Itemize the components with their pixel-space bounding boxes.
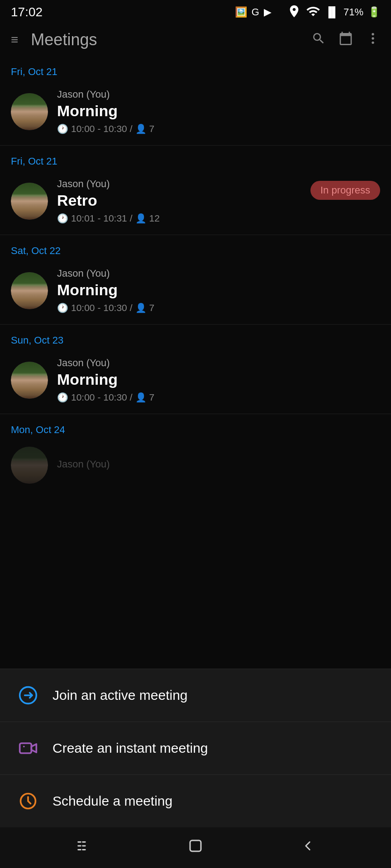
join-meeting-item[interactable]: Join an active meeting xyxy=(0,669,391,722)
join-meeting-label: Join an active meeting xyxy=(52,688,188,703)
meeting-group-1: Fri, Oct 21 Jason (You) Morning 🕐 10:00 … xyxy=(0,56,391,146)
meeting-meta-2: 🕐 10:01 - 10:31 / 👤 12 xyxy=(57,213,380,224)
schedule-meeting-icon xyxy=(16,789,40,813)
status-icons: 🖼️ G ▶ ▐▌ 71% 🔋 xyxy=(235,4,380,20)
avatar-4 xyxy=(11,362,48,399)
meta-divider-3: / xyxy=(130,302,133,313)
svg-rect-5 xyxy=(20,743,32,753)
back-icon xyxy=(300,838,315,857)
calendar-icon[interactable] xyxy=(339,31,353,49)
svg-point-6 xyxy=(23,746,25,748)
meeting-group-5: Mon, Oct 24 Jason (You) xyxy=(0,414,391,495)
clock-meta-icon-1: 🕐 xyxy=(57,123,68,134)
avatar-3 xyxy=(11,272,48,309)
meeting-host-1: Jason (You) xyxy=(57,89,380,100)
signal-icon: ▐▌ xyxy=(325,6,339,18)
nav-home[interactable] xyxy=(169,832,222,863)
meeting-date-2: Fri, Oct 21 xyxy=(0,146,391,171)
svg-point-2 xyxy=(372,37,374,39)
meeting-host-5: Jason (You) xyxy=(57,458,380,470)
toolbar: ≡ Meetings xyxy=(0,24,391,56)
in-progress-badge: In progress xyxy=(310,181,380,200)
meeting-date-3: Sat, Oct 22 xyxy=(0,235,391,260)
meeting-date-5: Mon, Oct 24 xyxy=(0,414,391,439)
avatar-1 xyxy=(11,93,48,130)
participants-icon-1: 👤 xyxy=(135,123,147,134)
schedule-meeting-label: Schedule a meeting xyxy=(52,793,172,809)
meeting-meta-3: 🕐 10:00 - 10:30 / 👤 7 xyxy=(57,302,380,313)
recent-apps-icon xyxy=(76,838,91,857)
meeting-item-2[interactable]: Jason (You) Retro 🕐 10:01 - 10:31 / 👤 12… xyxy=(0,171,391,235)
meeting-item-5[interactable]: Jason (You) xyxy=(0,439,391,495)
home-icon xyxy=(187,838,204,858)
meeting-time-1: 10:00 - 10:30 xyxy=(71,123,127,134)
chrome-icon: G xyxy=(252,6,259,18)
status-bar: 17:02 🖼️ G ▶ ▐▌ 71% 🔋 xyxy=(0,0,391,24)
clock-meta-icon-4: 🕐 xyxy=(57,392,68,403)
page-title: Meetings xyxy=(31,30,311,49)
participants-icon-3: 👤 xyxy=(135,302,147,313)
battery-icon: 🔋 xyxy=(368,6,380,18)
nav-bar xyxy=(0,827,391,868)
wifi-icon xyxy=(306,4,320,20)
status-time: 17:02 xyxy=(11,5,43,19)
meeting-item-3[interactable]: Jason (You) Morning 🕐 10:00 - 10:30 / 👤 … xyxy=(0,260,391,324)
more-icon[interactable] xyxy=(366,31,380,49)
meeting-meta-1: 🕐 10:00 - 10:30 / 👤 7 xyxy=(57,123,380,134)
instant-meeting-item[interactable]: Create an instant meeting xyxy=(0,722,391,775)
participants-count-4: 7 xyxy=(149,392,155,403)
meeting-time-4: 10:00 - 10:30 xyxy=(71,392,127,403)
meeting-meta-4: 🕐 10:00 - 10:30 / 👤 7 xyxy=(57,392,380,403)
meeting-title-3: Morning xyxy=(57,281,380,299)
avatar-5 xyxy=(11,447,48,484)
participants-count-1: 7 xyxy=(149,123,155,134)
participants-count-2: 12 xyxy=(149,213,160,224)
meeting-info-3: Jason (You) Morning 🕐 10:00 - 10:30 / 👤 … xyxy=(57,268,380,313)
meta-divider-2: / xyxy=(130,213,133,224)
nav-recent-apps[interactable] xyxy=(57,833,109,863)
search-icon[interactable] xyxy=(311,31,326,49)
join-meeting-icon xyxy=(16,684,40,707)
meeting-host-4: Jason (You) xyxy=(57,357,380,369)
meeting-date-4: Sun, Oct 23 xyxy=(0,325,391,350)
clock-meta-icon-3: 🕐 xyxy=(57,302,68,313)
toolbar-actions xyxy=(311,31,380,49)
meeting-list: Fri, Oct 21 Jason (You) Morning 🕐 10:00 … xyxy=(0,56,391,495)
meeting-title-1: Morning xyxy=(57,102,380,120)
schedule-meeting-item[interactable]: Schedule a meeting xyxy=(0,775,391,827)
meeting-info-5: Jason (You) xyxy=(57,458,380,472)
participants-icon-4: 👤 xyxy=(135,392,147,403)
meeting-group-2: Fri, Oct 21 Jason (You) Retro 🕐 10:01 - … xyxy=(0,146,391,235)
instant-meeting-icon xyxy=(16,736,40,760)
meta-divider-1: / xyxy=(130,123,133,134)
youtube-icon: ▶ xyxy=(264,6,272,18)
svg-point-1 xyxy=(372,33,374,35)
bottom-overlay-menu: Join an active meeting Create an instant… xyxy=(0,669,391,827)
participants-icon-2: 👤 xyxy=(135,213,147,224)
meeting-time-3: 10:00 - 10:30 xyxy=(71,302,127,313)
meeting-group-3: Sat, Oct 22 Jason (You) Morning 🕐 10:00 … xyxy=(0,235,391,325)
nav-back[interactable] xyxy=(282,833,334,863)
instant-meeting-label: Create an instant meeting xyxy=(52,741,208,756)
alarm-icon xyxy=(287,4,301,20)
menu-icon[interactable]: ≡ xyxy=(11,33,18,47)
photo-icon: 🖼️ xyxy=(235,6,247,18)
meeting-info-1: Jason (You) Morning 🕐 10:00 - 10:30 / 👤 … xyxy=(57,89,380,134)
meeting-item-1[interactable]: Jason (You) Morning 🕐 10:00 - 10:30 / 👤 … xyxy=(0,81,391,145)
avatar-2 xyxy=(11,183,48,220)
meeting-info-4: Jason (You) Morning 🕐 10:00 - 10:30 / 👤 … xyxy=(57,357,380,403)
meeting-title-4: Morning xyxy=(57,371,380,388)
meeting-item-4[interactable]: Jason (You) Morning 🕐 10:00 - 10:30 / 👤 … xyxy=(0,350,391,414)
svg-rect-14 xyxy=(190,840,201,851)
participants-count-3: 7 xyxy=(149,302,155,313)
battery-percentage: 71% xyxy=(343,6,363,18)
meeting-time-2: 10:01 - 10:31 xyxy=(71,213,127,224)
meeting-host-3: Jason (You) xyxy=(57,268,380,279)
svg-point-3 xyxy=(372,41,374,43)
clock-meta-icon-2: 🕐 xyxy=(57,213,68,224)
meta-divider-4: / xyxy=(130,392,133,403)
meeting-group-4: Sun, Oct 23 Jason (You) Morning 🕐 10:00 … xyxy=(0,325,391,414)
meeting-date-1: Fri, Oct 21 xyxy=(0,56,391,81)
